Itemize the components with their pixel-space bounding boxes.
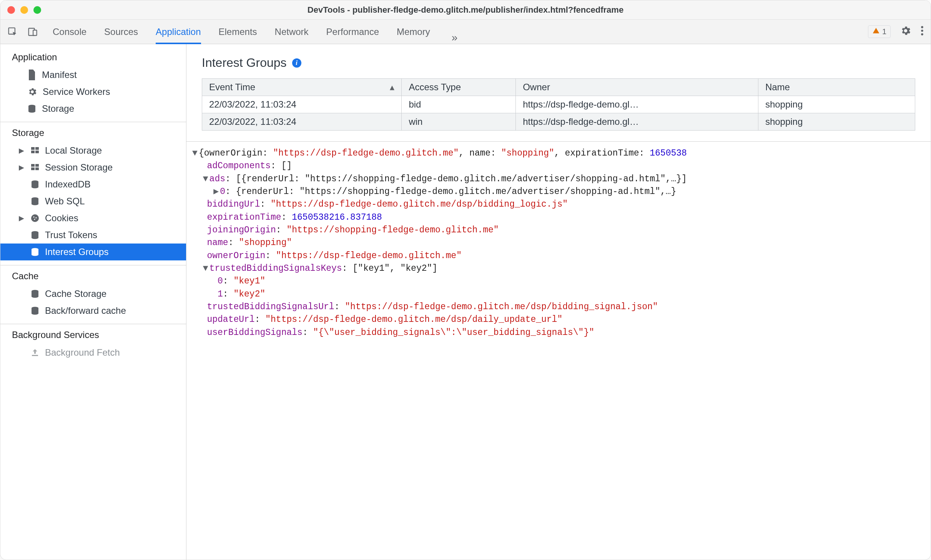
- cookie-icon: [30, 214, 40, 223]
- issues-count: 1: [882, 27, 886, 36]
- prop-key[interactable]: updateUrl: [207, 315, 254, 325]
- panel-title: Interest Groups: [202, 56, 287, 70]
- sidebar-item-label: Storage: [42, 103, 74, 114]
- interest-groups-panel: Interest Groups i Event Time▴ Access Typ…: [186, 44, 931, 560]
- collapse-arrow-icon[interactable]: ▼: [191, 147, 199, 160]
- cell-type: win: [402, 113, 516, 131]
- section-header-cache: Cache: [0, 265, 186, 285]
- sidebar-item-local-storage[interactable]: ▶ Local Storage: [0, 142, 186, 159]
- sidebar-item-label: Cache Storage: [45, 288, 106, 299]
- svg-rect-2: [33, 30, 37, 35]
- window-title: DevTools - publisher-fledge-demo.glitch.…: [0, 5, 931, 15]
- devtools-window: DevTools - publisher-fledge-demo.glitch.…: [0, 0, 931, 560]
- cell-owner: https://dsp-fledge-demo.gl…: [516, 96, 758, 113]
- database-icon: [30, 306, 40, 315]
- minimize-window-button[interactable]: [20, 6, 28, 14]
- sidebar-item-label: Cookies: [45, 213, 78, 224]
- sidebar-item-interest-groups[interactable]: ▶ Interest Groups: [0, 244, 186, 260]
- collapse-arrow-icon[interactable]: ▼: [202, 173, 209, 186]
- database-icon: [30, 289, 40, 298]
- col-access-type[interactable]: Access Type: [402, 79, 516, 96]
- svg-rect-14: [35, 167, 39, 170]
- col-name[interactable]: Name: [758, 79, 915, 96]
- sidebar-item-cache-storage[interactable]: ▶ Cache Storage: [0, 285, 186, 302]
- maximize-window-button[interactable]: [33, 6, 41, 14]
- table-row[interactable]: 22/03/2022, 11:03:24 win https://dsp-fle…: [202, 113, 915, 131]
- svg-rect-10: [35, 151, 39, 153]
- svg-point-20: [34, 219, 35, 220]
- prop-key[interactable]: trustedBiddingSignalsKeys: [209, 263, 342, 273]
- svg-rect-8: [35, 147, 39, 150]
- svg-point-17: [31, 214, 39, 222]
- cell-time: 22/03/2022, 11:03:24: [202, 113, 402, 131]
- prop-key[interactable]: name: [207, 238, 228, 248]
- settings-icon[interactable]: [900, 25, 911, 38]
- prop-key[interactable]: ads: [209, 174, 225, 184]
- svg-rect-12: [35, 164, 39, 167]
- svg-point-19: [35, 217, 37, 218]
- sidebar-item-label: IndexedDB: [45, 179, 91, 190]
- svg-rect-25: [32, 355, 38, 356]
- issues-counter[interactable]: 1: [868, 25, 891, 38]
- grid-icon: [30, 163, 40, 172]
- tab-memory[interactable]: Memory: [397, 20, 430, 44]
- device-toolbar-icon[interactable]: [27, 27, 38, 37]
- sidebar-item-label: Back/forward cache: [45, 305, 126, 316]
- col-owner[interactable]: Owner: [516, 79, 758, 96]
- sidebar-item-label: Interest Groups: [45, 247, 108, 257]
- close-window-button[interactable]: [7, 6, 15, 14]
- sidebar-item-session-storage[interactable]: ▶ Session Storage: [0, 159, 186, 176]
- tab-application[interactable]: Application: [156, 20, 201, 44]
- sidebar-item-label: Background Fetch: [45, 347, 120, 358]
- database-icon: [30, 197, 40, 206]
- section-header-storage: Storage: [0, 122, 186, 142]
- sidebar-item-label: Session Storage: [45, 162, 113, 173]
- sidebar-item-service-workers[interactable]: Service Workers: [0, 83, 186, 100]
- col-event-time[interactable]: Event Time▴: [202, 79, 402, 96]
- cell-type: bid: [402, 96, 516, 113]
- prop-key[interactable]: ownerOrigin: [207, 251, 265, 261]
- expand-arrow-icon[interactable]: ▶: [19, 163, 25, 172]
- prop-key[interactable]: biddingUrl: [207, 199, 260, 209]
- collapse-arrow-icon[interactable]: ▼: [202, 262, 209, 275]
- tab-console[interactable]: Console: [53, 20, 86, 44]
- prop-key[interactable]: adComponents: [207, 161, 271, 171]
- tab-performance[interactable]: Performance: [326, 20, 379, 44]
- database-icon: [30, 247, 40, 257]
- tab-elements[interactable]: Elements: [219, 20, 257, 44]
- more-tabs-button[interactable]: »: [448, 31, 462, 44]
- sidebar-item-trust-tokens[interactable]: ▶ Trust Tokens: [0, 227, 186, 244]
- sidebar-item-label: Manifest: [42, 70, 77, 80]
- inspect-element-icon[interactable]: [7, 27, 18, 37]
- prop-key[interactable]: trustedBiddingSignalsUrl: [207, 302, 334, 312]
- database-icon: [30, 230, 40, 240]
- sidebar-item-manifest[interactable]: Manifest: [0, 66, 186, 83]
- sidebar-item-indexeddb[interactable]: ▶ IndexedDB: [0, 176, 186, 193]
- info-icon[interactable]: i: [292, 58, 301, 68]
- more-options-icon[interactable]: [921, 25, 924, 38]
- prop-key[interactable]: userBiddingSignals: [207, 328, 302, 338]
- events-table: Event Time▴ Access Type Owner Name 22/03…: [202, 78, 915, 131]
- table-row[interactable]: 22/03/2022, 11:03:24 bid https://dsp-fle…: [202, 96, 915, 113]
- tab-sources[interactable]: Sources: [104, 20, 138, 44]
- grid-icon: [30, 146, 40, 155]
- expand-arrow-icon[interactable]: ▶: [19, 146, 25, 155]
- prop-key[interactable]: joiningOrigin: [207, 225, 276, 235]
- sidebar-item-cookies[interactable]: ▶ Cookies: [0, 210, 186, 227]
- section-header-application: Application: [0, 46, 186, 66]
- expand-arrow-icon[interactable]: ▶: [212, 186, 220, 198]
- prop-key[interactable]: expirationTime: [207, 212, 281, 222]
- object-detail-viewer[interactable]: ▼{ownerOrigin: "https://dsp-fledge-demo.…: [186, 141, 931, 347]
- tab-network[interactable]: Network: [275, 20, 309, 44]
- cell-owner: https://dsp-fledge-demo.gl…: [516, 113, 758, 131]
- svg-rect-7: [31, 147, 35, 150]
- window-controls: [7, 6, 41, 14]
- sidebar-item-bfcache[interactable]: ▶ Back/forward cache: [0, 302, 186, 319]
- expand-arrow-icon[interactable]: ▶: [19, 214, 25, 222]
- sidebar-item-background-fetch[interactable]: ▶ Background Fetch: [0, 344, 186, 361]
- application-sidebar: Application Manifest Service Workers Sto…: [0, 44, 186, 560]
- cell-name: shopping: [758, 96, 915, 113]
- sidebar-item-websql[interactable]: ▶ Web SQL: [0, 193, 186, 210]
- section-header-background: Background Services: [0, 324, 186, 344]
- sidebar-item-storage-clear[interactable]: Storage: [0, 100, 186, 117]
